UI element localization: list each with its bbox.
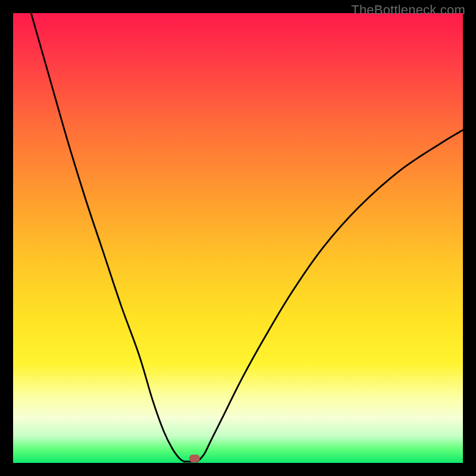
curve-layer (13, 13, 463, 463)
curve-left-arm (31, 13, 184, 462)
curve-right-arm (198, 130, 463, 462)
plot-area (13, 13, 463, 463)
watermark-text: TheBottleneck.com (351, 2, 465, 18)
optimum-marker (189, 455, 200, 462)
